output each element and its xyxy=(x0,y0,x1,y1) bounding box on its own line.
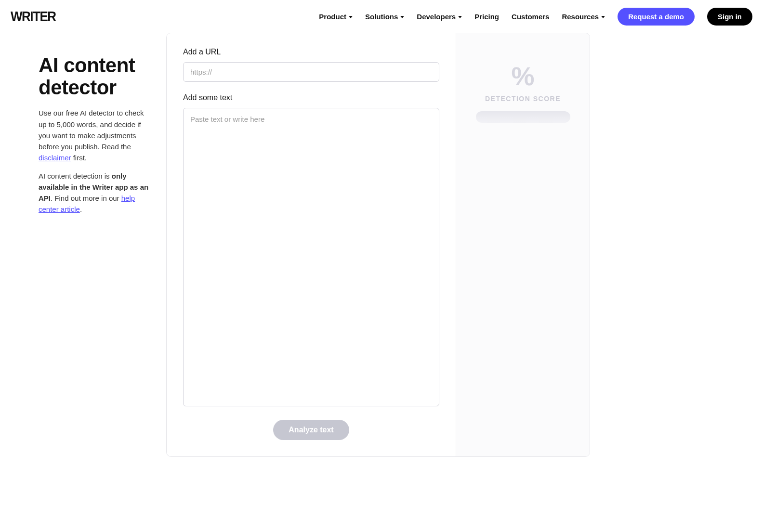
chevron-down-icon xyxy=(400,16,404,18)
analyze-button[interactable]: Analyze text xyxy=(273,420,349,440)
chevron-down-icon xyxy=(601,16,605,18)
nav-solutions[interactable]: Solutions xyxy=(365,13,404,21)
score-panel: % DETECTION SCORE xyxy=(456,33,590,456)
intro-paragraph-2: AI content detection is only available i… xyxy=(39,170,152,215)
nav-pricing[interactable]: Pricing xyxy=(474,13,499,21)
intro-paragraph-1: Use our free AI detector to check up to … xyxy=(39,107,152,163)
nav-label: Developers xyxy=(417,13,456,21)
sidebar: AI content detector Use our free AI dete… xyxy=(39,33,166,222)
main-content: AI content detector Use our free AI dete… xyxy=(0,33,763,471)
brand-logo[interactable]: WRITER xyxy=(11,8,56,25)
disclaimer-link[interactable]: disclaimer xyxy=(39,154,71,162)
nav-resources[interactable]: Resources xyxy=(562,13,605,21)
percent-icon: % xyxy=(471,61,575,91)
url-input[interactable] xyxy=(183,62,439,82)
input-form: Add a URL Add some text Analyze text xyxy=(167,33,456,456)
text: first. xyxy=(71,154,87,162)
nav-label: Customers xyxy=(512,13,549,21)
nav-customers[interactable]: Customers xyxy=(512,13,549,21)
score-label: DETECTION SCORE xyxy=(471,95,575,103)
nav-label: Product xyxy=(319,13,346,21)
score-bar xyxy=(476,111,570,123)
nav-label: Solutions xyxy=(365,13,398,21)
text-input[interactable] xyxy=(183,108,439,406)
text: . Find out more in our xyxy=(51,194,121,202)
main-nav: Product Solutions Developers Pricing Cus… xyxy=(319,8,752,26)
nav-label: Pricing xyxy=(474,13,499,21)
text-label: Add some text xyxy=(183,93,439,102)
nav-label: Resources xyxy=(562,13,599,21)
request-demo-button[interactable]: Request a demo xyxy=(618,8,695,26)
text: . xyxy=(80,205,82,213)
site-header: WRITER Product Solutions Developers Pric… xyxy=(0,0,763,33)
sign-in-button[interactable]: Sign in xyxy=(707,8,752,26)
chevron-down-icon xyxy=(349,16,353,18)
nav-developers[interactable]: Developers xyxy=(417,13,462,21)
detector-card: Add a URL Add some text Analyze text % D… xyxy=(166,33,590,457)
url-label: Add a URL xyxy=(183,48,439,56)
text: Use our free AI detector to check up to … xyxy=(39,109,144,151)
nav-product[interactable]: Product xyxy=(319,13,353,21)
text: AI content detection is xyxy=(39,172,112,180)
page-title: AI content detector xyxy=(39,54,152,99)
chevron-down-icon xyxy=(458,16,462,18)
